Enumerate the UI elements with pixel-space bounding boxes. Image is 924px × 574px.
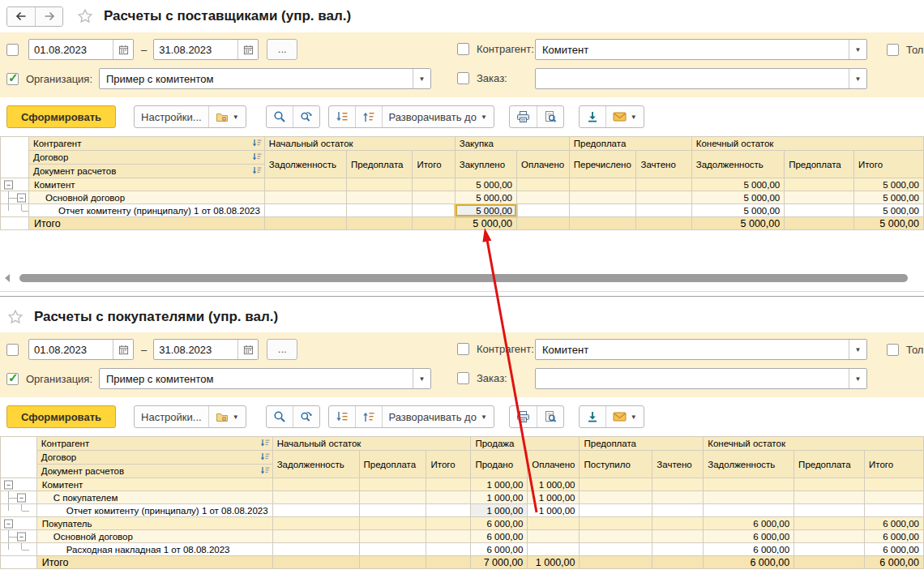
value-cell[interactable]: 1 000,00 bbox=[528, 491, 580, 504]
value-cell[interactable] bbox=[359, 504, 426, 517]
value-cell[interactable] bbox=[580, 530, 652, 543]
calendar-icon[interactable] bbox=[113, 40, 133, 59]
organization-checkbox[interactable] bbox=[6, 373, 19, 385]
value-cell[interactable]: 5 000,00 bbox=[853, 204, 923, 217]
value-cell[interactable] bbox=[359, 543, 426, 556]
row-label-cell[interactable]: Основной договор bbox=[36, 530, 272, 543]
value-cell[interactable]: 6 000,00 bbox=[471, 543, 528, 556]
value-cell[interactable] bbox=[426, 504, 471, 517]
chevron-down-icon[interactable]: ▼ bbox=[849, 69, 866, 88]
column-header[interactable]: Контрагент bbox=[28, 137, 264, 151]
value-cell[interactable]: 5 000,00 bbox=[691, 217, 784, 230]
column-header[interactable]: Продано bbox=[471, 451, 528, 478]
tree-expander-icon[interactable]: − bbox=[17, 493, 26, 502]
value-cell[interactable]: 5 000,00 bbox=[853, 191, 923, 204]
value-cell[interactable] bbox=[426, 556, 471, 569]
tree-expander-icon[interactable]: − bbox=[4, 180, 13, 189]
column-header[interactable]: Задолженность bbox=[691, 151, 784, 178]
date-to-input[interactable] bbox=[154, 40, 237, 59]
save-export-button[interactable] bbox=[580, 406, 605, 427]
value-cell[interactable]: 5 000,00 bbox=[455, 191, 516, 204]
value-cell[interactable] bbox=[652, 517, 704, 530]
value-cell[interactable] bbox=[413, 217, 455, 230]
order-input[interactable] bbox=[536, 69, 849, 88]
value-cell[interactable]: 5 000,00 bbox=[455, 217, 516, 230]
date-from-input[interactable] bbox=[29, 40, 113, 59]
order-input[interactable] bbox=[536, 369, 849, 388]
value-cell[interactable] bbox=[652, 504, 704, 517]
value-cell[interactable] bbox=[704, 491, 794, 504]
mail-button[interactable]: ▼ bbox=[605, 106, 644, 127]
column-header[interactable]: Перечислено bbox=[569, 151, 636, 178]
print-preview-button[interactable] bbox=[537, 106, 563, 127]
value-cell[interactable] bbox=[413, 178, 455, 191]
value-cell[interactable] bbox=[569, 178, 636, 191]
chevron-down-icon[interactable]: ▼ bbox=[413, 69, 430, 88]
value-cell[interactable]: 5 000,00 bbox=[691, 178, 784, 191]
expand-rows-button[interactable] bbox=[329, 406, 355, 427]
calendar-icon[interactable] bbox=[113, 340, 133, 359]
value-cell[interactable] bbox=[528, 530, 580, 543]
value-cell[interactable] bbox=[272, 543, 359, 556]
value-cell[interactable] bbox=[272, 530, 359, 543]
generate-button[interactable]: Сформировать bbox=[6, 405, 116, 428]
print-button[interactable] bbox=[510, 106, 537, 127]
value-cell[interactable] bbox=[272, 478, 359, 491]
column-group-header[interactable]: Предоплата bbox=[580, 437, 704, 451]
value-cell[interactable] bbox=[794, 530, 865, 543]
value-cell[interactable]: 6 000,00 bbox=[865, 556, 924, 569]
value-cell[interactable] bbox=[580, 543, 652, 556]
column-header[interactable]: Задолженность bbox=[272, 451, 359, 478]
row-label-cell[interactable]: С покупателем bbox=[36, 491, 272, 504]
value-cell[interactable] bbox=[569, 204, 636, 217]
favorite-star-icon[interactable] bbox=[6, 308, 24, 326]
column-header[interactable]: Предоплата bbox=[359, 451, 426, 478]
chevron-down-icon[interactable]: ▼ bbox=[413, 369, 430, 388]
value-cell[interactable] bbox=[346, 178, 413, 191]
row-label-cell[interactable]: Расходная накладная 1 от 08.08.2023 bbox=[36, 543, 272, 556]
print-preview-button[interactable] bbox=[537, 406, 563, 427]
value-cell[interactable] bbox=[517, 217, 570, 230]
row-label-cell[interactable]: Комитент bbox=[28, 178, 264, 191]
calendar-icon[interactable] bbox=[237, 340, 258, 359]
value-cell[interactable] bbox=[652, 556, 704, 569]
column-header[interactable]: Задолженность bbox=[704, 451, 794, 478]
value-cell[interactable] bbox=[580, 517, 652, 530]
value-cell[interactable] bbox=[865, 504, 924, 517]
value-cell[interactable]: 1 000,00 bbox=[471, 491, 528, 504]
expand-to-button[interactable]: Разворачивать до▼ bbox=[382, 106, 494, 127]
column-group-header[interactable]: Закупка bbox=[455, 137, 569, 151]
value-cell[interactable]: 6 000,00 bbox=[865, 543, 924, 556]
value-cell[interactable] bbox=[272, 504, 359, 517]
order-checkbox[interactable] bbox=[457, 372, 469, 384]
value-cell[interactable] bbox=[785, 204, 854, 217]
value-cell[interactable] bbox=[264, 191, 346, 204]
value-cell[interactable] bbox=[569, 191, 636, 204]
column-header[interactable]: Закуплено bbox=[455, 151, 516, 178]
value-cell[interactable] bbox=[272, 491, 359, 504]
favorite-star-icon[interactable] bbox=[76, 7, 94, 25]
value-cell[interactable]: 1 000,00 bbox=[528, 478, 580, 491]
settings-button[interactable]: Настройки... bbox=[135, 406, 208, 427]
value-cell[interactable] bbox=[785, 217, 854, 230]
column-group-header[interactable]: Предоплата bbox=[569, 137, 691, 151]
value-cell[interactable] bbox=[528, 543, 580, 556]
column-header[interactable]: Зачтено bbox=[652, 451, 704, 478]
value-cell[interactable] bbox=[517, 191, 570, 204]
value-cell[interactable]: 6 000,00 bbox=[865, 517, 924, 530]
value-cell[interactable] bbox=[580, 556, 652, 569]
value-cell[interactable] bbox=[794, 517, 865, 530]
value-cell[interactable] bbox=[785, 178, 854, 191]
value-cell[interactable] bbox=[264, 204, 346, 217]
value-cell[interactable] bbox=[264, 217, 346, 230]
value-cell[interactable] bbox=[580, 491, 652, 504]
column-group-header[interactable]: Начальный остаток bbox=[272, 437, 471, 451]
organization-input[interactable] bbox=[100, 369, 413, 388]
value-cell[interactable] bbox=[359, 556, 426, 569]
order-checkbox[interactable] bbox=[457, 72, 469, 84]
value-cell[interactable] bbox=[528, 517, 580, 530]
value-cell[interactable]: 6 000,00 bbox=[704, 517, 794, 530]
column-header[interactable]: Предоплата bbox=[346, 151, 413, 178]
counterparty-checkbox[interactable] bbox=[457, 43, 469, 55]
column-header[interactable]: Оплачено bbox=[517, 151, 570, 178]
